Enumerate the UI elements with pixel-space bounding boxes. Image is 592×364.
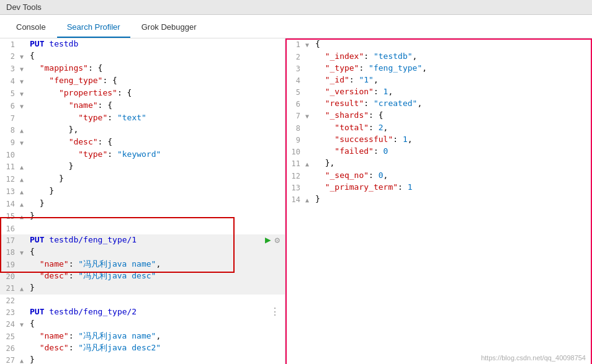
tab-console[interactable]: Console — [6, 17, 56, 38]
line-number: 17 — [0, 234, 20, 246]
left-line-14: 14▲ } — [0, 198, 285, 210]
more-icon[interactable]: ⋮ — [270, 306, 280, 317]
fold-button[interactable]: ▲ — [305, 158, 313, 170]
fold-button[interactable] — [305, 98, 313, 99]
line-number: 18 — [0, 246, 20, 258]
fold-button[interactable]: ▲ — [20, 124, 27, 136]
fold-button[interactable]: ▼ — [20, 100, 27, 112]
line-content: "_seq_no": 0, — [313, 170, 592, 181]
line-number: 27 — [0, 354, 20, 364]
left-line-10: 10 "type": "keyword" — [0, 149, 285, 161]
fold-button[interactable] — [20, 149, 27, 150]
fold-button[interactable]: ▲ — [20, 354, 27, 364]
line-number: 5 — [0, 87, 20, 99]
fold-button[interactable]: ▼ — [20, 246, 27, 259]
right-line-1: 1▼{ — [285, 38, 592, 51]
left-line-21: 21▲} — [0, 282, 285, 295]
fold-button[interactable] — [20, 331, 27, 332]
fold-button[interactable]: ▼ — [20, 87, 27, 100]
fold-button[interactable]: ▼ — [20, 50, 27, 63]
line-number: 23 — [0, 306, 20, 318]
left-line-25: 25 "name": "冯凡利java name", — [0, 331, 285, 342]
tab-bar: Console Search Profiler Grok Debugger — [0, 15, 592, 38]
fold-button[interactable]: ▲ — [20, 210, 27, 223]
fold-button[interactable] — [305, 74, 313, 76]
fold-button[interactable] — [20, 38, 27, 40]
line-content: "desc": { — [27, 136, 285, 148]
fold-button[interactable]: ▲ — [305, 193, 313, 206]
fold-button[interactable]: ▼ — [20, 136, 27, 149]
line-number: 1 — [285, 38, 305, 50]
line-content: PUT testdb/feng_type/2 — [27, 306, 285, 317]
fold-button[interactable]: ▲ — [20, 282, 27, 295]
line-number: 4 — [0, 75, 20, 87]
fold-button[interactable] — [305, 63, 313, 64]
tab-search-profiler[interactable]: Search Profiler — [57, 17, 130, 38]
tab-grok-debugger[interactable]: Grok Debugger — [132, 17, 207, 38]
line-number: 3 — [285, 63, 305, 74]
line-content: } — [27, 210, 285, 221]
left-line-23: 23PUT testdb/feng_type/2⋮ — [0, 306, 285, 318]
line-number: 21 — [0, 282, 20, 294]
left-line-9: 9▼ "desc": { — [0, 136, 285, 149]
line-content: { — [27, 246, 285, 257]
line-content: "_index": "testdb", — [313, 51, 592, 62]
fold-button[interactable]: ▼ — [20, 318, 27, 331]
fold-button[interactable] — [20, 306, 27, 308]
run-icon[interactable]: ▶ — [265, 234, 271, 246]
line-content: "_id": "1", — [313, 74, 592, 86]
fold-button[interactable] — [305, 122, 313, 123]
left-line-8: 8▲ }, — [0, 124, 285, 136]
line-number: 25 — [0, 331, 20, 342]
fold-button[interactable] — [305, 51, 313, 52]
left-line-26: 26 "desc": "冯凡利java desc2" — [0, 342, 285, 354]
right-line-6: 6 "result": "created", — [285, 98, 592, 110]
left-panel: 1PUT testdb2▼{3▼ "mappings": {4▼ "feng_t… — [0, 38, 285, 364]
line-content: PUT testdb/feng_type/1 — [27, 234, 285, 246]
fold-button[interactable] — [20, 223, 27, 224]
line-content: "failed": 0 — [313, 146, 592, 157]
right-line-4: 4 "_id": "1", — [285, 74, 592, 86]
fold-button[interactable] — [305, 146, 313, 147]
fold-button[interactable]: ▼ — [305, 110, 313, 122]
fold-button[interactable] — [20, 270, 27, 272]
line-content: "desc": "冯凡利java desc" — [27, 270, 285, 282]
line-content: } — [27, 185, 285, 197]
fold-button[interactable] — [20, 342, 27, 344]
main-content: 1PUT testdb2▼{3▼ "mappings": {4▼ "feng_t… — [0, 38, 592, 364]
fold-button[interactable]: ▼ — [20, 75, 27, 87]
line-content: } — [27, 173, 285, 184]
line-number: 7 — [285, 110, 305, 122]
fold-button[interactable]: ▲ — [20, 198, 27, 210]
fold-button[interactable]: ▼ — [305, 38, 313, 51]
fold-button[interactable] — [305, 170, 313, 171]
fold-button[interactable] — [305, 86, 313, 87]
right-line-14: 14▲} — [285, 193, 592, 206]
fold-button[interactable] — [305, 134, 313, 135]
line-number: 1 — [0, 38, 20, 50]
right-line-11: 11▲ }, — [285, 158, 592, 170]
fold-button[interactable]: ▲ — [20, 173, 27, 185]
fold-button[interactable] — [305, 182, 313, 183]
fold-button[interactable] — [20, 295, 27, 296]
line-number: 20 — [0, 270, 20, 282]
fold-button[interactable]: ▲ — [20, 185, 27, 198]
fold-button[interactable]: ▲ — [20, 161, 27, 173]
fold-button[interactable] — [20, 112, 27, 113]
fold-button[interactable] — [20, 234, 27, 236]
title-label: Dev Tools — [6, 2, 42, 12]
line-number: 15 — [0, 210, 20, 222]
line-content: { — [27, 50, 285, 61]
line-number: 14 — [285, 193, 305, 205]
line-number: 13 — [0, 185, 20, 197]
line-content: }, — [313, 158, 592, 169]
line-number: 2 — [285, 51, 305, 63]
left-line-13: 13▲ } — [0, 185, 285, 198]
line-content: }, — [27, 124, 285, 135]
wrench-icon[interactable]: ⚙ — [275, 234, 280, 246]
line-number: 9 — [0, 136, 20, 148]
fold-button[interactable]: ▼ — [20, 63, 27, 75]
line-number: 6 — [285, 98, 305, 110]
right-line-12: 12 "_seq_no": 0, — [285, 170, 592, 182]
fold-button[interactable] — [20, 259, 27, 260]
